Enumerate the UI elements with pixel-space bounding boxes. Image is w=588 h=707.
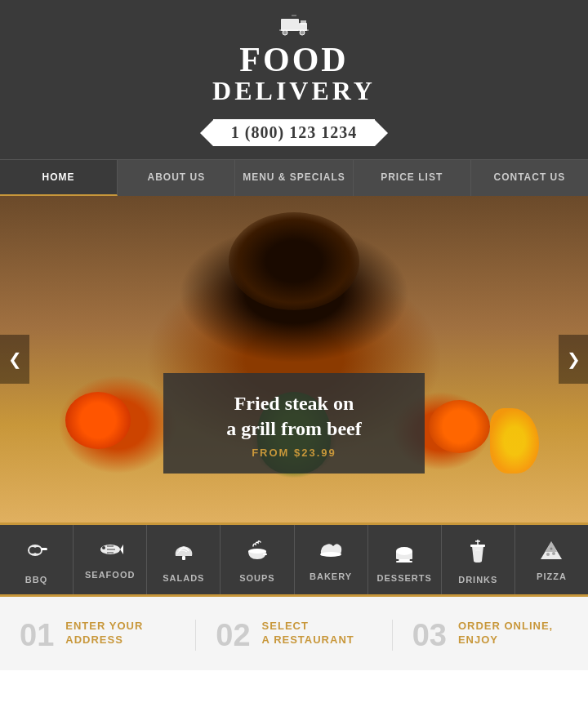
phone-number[interactable]: 1 (800) 123 1234: [213, 119, 375, 146]
soups-icon: [220, 540, 293, 568]
hero-title: Fried steak on a grill from beef: [204, 391, 384, 442]
svg-rect-8: [41, 548, 47, 550]
svg-point-30: [546, 553, 550, 556]
step-3-title-line1: ORDER ONLINE,: [458, 620, 553, 634]
step-2: 02 SELECT A RESTAURANT: [196, 620, 392, 651]
cat-desserts[interactable]: DESSERTS: [368, 525, 442, 594]
step-2-number: 02: [216, 620, 250, 651]
hero-slider: ❮ Fried steak on a grill from beef FROM …: [0, 196, 588, 522]
site-title-food: FOOD: [0, 42, 588, 77]
nav-about[interactable]: ABOUT US: [118, 160, 235, 196]
step-3-title-line2: ENJOY: [458, 634, 553, 647]
svg-rect-0: [281, 19, 299, 31]
step-3-number: 03: [412, 620, 447, 651]
step-2-text: SELECT A RESTAURANT: [262, 620, 354, 647]
step-1-title-line1: ENTER YOUR: [65, 620, 143, 634]
nav-menu[interactable]: MENU & SPECIALS: [235, 160, 353, 196]
category-bar: BBQ SEAFOOD SALADS: [0, 522, 588, 594]
step-1-text: ENTER YOUR ADDRESS: [65, 620, 143, 647]
svg-rect-23: [399, 559, 410, 561]
hero-caption: Fried steak on a grill from beef FROM $2…: [163, 373, 425, 474]
salads-icon: [147, 540, 220, 568]
svg-marker-29: [546, 541, 557, 552]
desserts-icon: [368, 540, 441, 568]
svg-point-18: [248, 549, 266, 554]
svg-rect-2: [301, 20, 306, 24]
svg-rect-19: [263, 554, 267, 555]
svg-point-31: [552, 552, 555, 555]
svg-rect-24: [396, 561, 412, 562]
pizza-icon: [515, 540, 588, 567]
main-nav: HOME ABOUT US MENU & SPECIALS PRICE LIST…: [0, 159, 588, 196]
truck-icon: [0, 15, 588, 41]
site-title-delivery: DELIVERY: [0, 77, 588, 105]
bbq-icon: [0, 540, 73, 570]
svg-marker-12: [120, 545, 123, 554]
hero-image-overlay: [0, 196, 588, 522]
step-3-text: ORDER ONLINE, ENJOY: [458, 620, 553, 647]
step-1: 01 ENTER YOUR ADDRESS: [0, 620, 196, 651]
svg-rect-25: [470, 545, 485, 547]
step-2-title-line2: A RESTAURANT: [262, 634, 354, 647]
svg-point-32: [550, 548, 553, 550]
step-2-title-line1: SELECT: [262, 620, 354, 634]
slider-prev-button[interactable]: ❮: [0, 335, 29, 384]
slider-next-button[interactable]: ❯: [559, 335, 588, 384]
svg-point-20: [320, 552, 341, 557]
svg-point-13: [102, 546, 105, 549]
drinks-icon: [442, 540, 514, 570]
hero-price: FROM $23.99: [204, 447, 384, 459]
cat-soups[interactable]: SOUPS: [220, 525, 294, 594]
cat-pizza[interactable]: PIZZA: [515, 525, 588, 594]
seafood-icon: [74, 540, 146, 565]
cat-drinks[interactable]: DRINKS: [442, 525, 515, 594]
svg-point-10: [34, 547, 41, 554]
step-1-number: 01: [20, 620, 54, 651]
site-header: FOOD DELIVERY 1 (800) 123 1234: [0, 0, 588, 159]
cat-bakery[interactable]: BAKERY: [295, 525, 368, 594]
step-3: 03 ORDER ONLINE, ENJOY: [393, 620, 588, 651]
cat-salads[interactable]: SALADS: [147, 525, 220, 594]
cat-bbq[interactable]: BBQ: [0, 525, 74, 594]
steps-section: 01 ENTER YOUR ADDRESS 02 SELECT A RESTAU…: [0, 594, 588, 670]
svg-rect-5: [279, 29, 309, 31]
step-1-title-line2: ADDRESS: [65, 634, 143, 647]
cat-seafood[interactable]: SEAFOOD: [74, 525, 147, 594]
nav-home[interactable]: HOME: [0, 160, 118, 196]
bakery-icon: [295, 540, 368, 567]
nav-contact[interactable]: CONTACT US: [471, 160, 588, 196]
svg-rect-17: [182, 556, 185, 560]
nav-price[interactable]: PRICE LIST: [354, 160, 471, 196]
